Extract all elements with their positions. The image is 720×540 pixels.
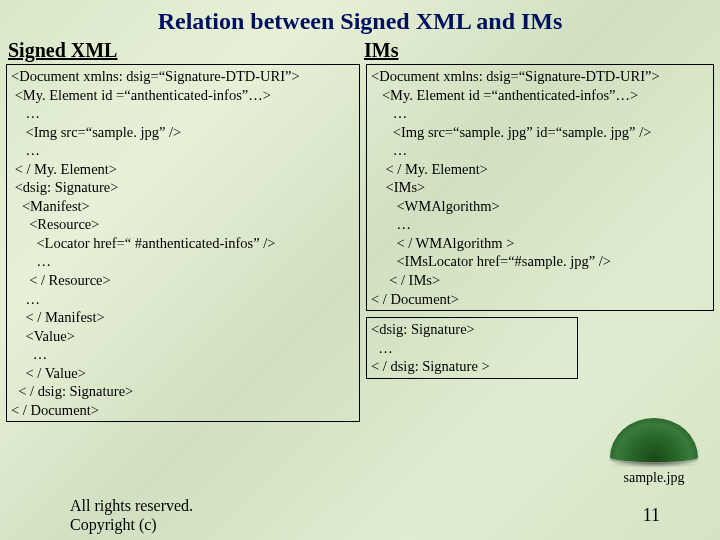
content-columns: <Document xmlns: dsig=“Signature-DTD-URI… [0,62,720,422]
signed-xml-box: <Document xmlns: dsig=“Signature-DTD-URI… [6,64,360,422]
page-number: 11 [643,505,660,526]
sample-image-block: sample.jpg [606,418,702,486]
slide-title: Relation between Signed XML and IMs [0,0,720,39]
signed-xml-code: <Document xmlns: dsig=“Signature-DTD-URI… [11,67,355,419]
ims-signature-code: <dsig: Signature> … < / dsig: Signature … [371,320,573,376]
ims-document-code: <Document xmlns: dsig=“Signature-DTD-URI… [371,67,709,308]
sample-image-shadow [608,460,700,468]
subhead-ims: IMs [358,39,714,62]
ims-document-box: <Document xmlns: dsig=“Signature-DTD-URI… [366,64,714,311]
ims-signature-box: <dsig: Signature> … < / dsig: Signature … [366,317,578,379]
subhead-signed-xml: Signed XML [6,39,358,62]
subheadings-row: Signed XML IMs [0,39,720,62]
footer-line-1: All rights reserved. [70,496,193,515]
footer-text: All rights reserved. Copyright (c) [70,496,193,534]
ims-column: <Document xmlns: dsig=“Signature-DTD-URI… [360,64,714,422]
footer-line-2: Copyright (c) [70,515,193,534]
sample-image-caption: sample.jpg [606,470,702,486]
sample-image [610,418,698,462]
